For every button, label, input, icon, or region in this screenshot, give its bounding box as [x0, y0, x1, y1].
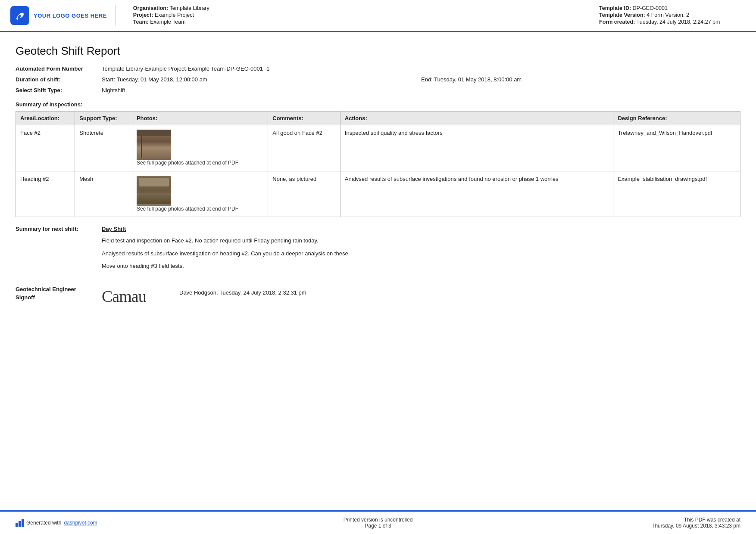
project-label: Project: — [133, 12, 153, 18]
cell-comments: None, as pictured — [268, 171, 341, 217]
team-row: Team: Example Team — [133, 19, 590, 25]
summary-paragraphs: Field test and inspection on Face #2. No… — [102, 236, 740, 270]
automated-form-row: Automated Form Number Template Library-E… — [16, 65, 740, 72]
form-created-row: Form created: Tuesday, 24 July 2018, 2:2… — [599, 19, 746, 25]
col-support: Support Type: — [75, 112, 132, 125]
dashpivot-link[interactable]: dashpivot.com — [64, 520, 97, 526]
logo-text: YOUR LOGO GOES HERE — [34, 12, 107, 19]
template-id-label: Template ID: — [599, 5, 631, 11]
summary-paragraph: Move onto heading #3 field tests. — [102, 262, 740, 270]
photo-caption: See full page photos attached at end of … — [137, 160, 263, 167]
duration-end: End: Tuesday, 01 May 2018, 8:00:00 am — [421, 76, 740, 83]
signoff-info: Dave Hodgson, Tuesday, 24 July 2018, 2:3… — [171, 285, 306, 296]
duration-row: Duration of shift: Start: Tuesday, 01 Ma… — [16, 76, 740, 83]
footer: Generated with dashpivot.com Printed ver… — [0, 510, 756, 534]
page-text: Page 1 of 3 — [257, 523, 499, 529]
signoff-signature: Camau — [102, 285, 171, 307]
logo-icon — [10, 6, 29, 25]
signoff-label-line2: Signoff — [16, 294, 35, 301]
footer-right: This PDF was created at Thursday, 09 Aug… — [499, 517, 740, 529]
team-label: Team: — [133, 19, 149, 25]
footer-center: Printed version is uncontrolled Page 1 o… — [257, 517, 499, 529]
team-value: Example Team — [150, 19, 185, 25]
shift-type-label: Select Shift Type: — [16, 87, 102, 93]
cell-comments: All good on Face #2 — [268, 125, 341, 171]
cell-design-ref: Trelawney_and_Wilson_Handover.pdf — [613, 125, 740, 171]
summary-paragraph: Analysed results of subsurface investiga… — [102, 249, 740, 258]
cell-area: Face #2 — [16, 125, 75, 171]
cell-actions: Analysed results of subsurface investiga… — [340, 171, 613, 217]
table-header-row: Area/Location: Support Type: Photos: Com… — [16, 112, 740, 125]
duration-values: Start: Tuesday, 01 May 2018, 12:00:00 am… — [102, 76, 740, 83]
dashpivot-icon — [16, 519, 24, 527]
photo-caption: See full page photos attached at end of … — [137, 206, 263, 213]
col-actions: Actions: — [340, 112, 613, 125]
summary-inspections-label: Summary of inspections: — [16, 101, 740, 108]
logo-section: YOUR LOGO GOES HERE — [10, 5, 116, 26]
form-version-value: 2 — [686, 12, 689, 18]
cell-support: Mesh — [75, 171, 132, 217]
col-comments: Comments: — [268, 112, 341, 125]
project-value: Example Project — [155, 12, 194, 18]
header-meta: Organisation: Template Library Project: … — [125, 5, 590, 26]
template-version-value: 4 — [647, 12, 650, 18]
duration-label: Duration of shift: — [16, 76, 102, 83]
form-created-label: Form created: — [599, 19, 635, 25]
cell-area: Heading #2 — [16, 171, 75, 217]
cell-actions: Inspected soil quality and stress factor… — [340, 125, 613, 171]
bar3 — [22, 519, 24, 527]
signoff-label-line1: Geotechnical Engineer — [16, 286, 76, 292]
summary-content: Day Shift Field test and inspection on F… — [102, 226, 740, 275]
cell-photos: See full page photos attached at end of … — [132, 125, 268, 171]
template-id-row: Template ID: DP-GEO-0001 — [599, 5, 746, 11]
signoff-row: Geotechnical Engineer Signoff Camau Dave… — [16, 285, 740, 307]
col-area: Area/Location: — [16, 112, 75, 125]
project-row: Project: Example Project — [133, 12, 590, 18]
summary-paragraph: Field test and inspection on Face #2. No… — [102, 236, 740, 245]
table-row: Face #2 Shotcrete See full page photos a… — [16, 125, 740, 171]
photo-thumbnail — [137, 176, 171, 206]
cell-design-ref: Example_stabilisation_drawings.pdf — [613, 171, 740, 217]
automated-form-value: Template Library-Example Project-Example… — [102, 65, 740, 72]
col-design-ref: Design Reference: — [613, 112, 740, 125]
organisation-row: Organisation: Template Library — [133, 5, 590, 11]
template-version-label: Template Version: — [599, 12, 645, 18]
report-title: Geotech Shift Report — [16, 44, 740, 58]
template-version-row: Template Version: 4 Form Version: 2 — [599, 12, 746, 18]
form-version-label: Form Version: — [651, 12, 685, 18]
form-created-value: Tuesday, 24 July 2018, 2:24:27 pm — [637, 19, 720, 25]
main-content: Geotech Shift Report Automated Form Numb… — [0, 32, 756, 320]
inspections-table: Area/Location: Support Type: Photos: Com… — [16, 111, 740, 217]
footer-left: Generated with dashpivot.com — [16, 519, 257, 527]
header: YOUR LOGO GOES HERE Organisation: Templa… — [0, 0, 756, 32]
duration-start: Start: Tuesday, 01 May 2018, 12:00:00 am — [102, 76, 421, 83]
footer-right-date: Thursday, 09 August 2018, 3:43:23 pm — [499, 523, 740, 529]
cell-support: Shotcrete — [75, 125, 132, 171]
cell-photos: See full page photos attached at end of … — [132, 171, 268, 217]
next-shift-title: Day Shift — [102, 226, 740, 232]
table-row: Heading #2 Mesh See full page photos att… — [16, 171, 740, 217]
col-photos: Photos: — [132, 112, 268, 125]
generated-text: Generated with — [26, 520, 61, 526]
bar1 — [16, 523, 18, 527]
header-right: Template ID: DP-GEO-0001 Template Versio… — [599, 5, 746, 26]
shift-type-value: Nightshift — [102, 87, 740, 93]
photo-thumbnail — [137, 130, 171, 160]
organisation-value: Template Library — [169, 5, 209, 11]
signoff-label: Geotechnical Engineer Signoff — [16, 285, 102, 302]
automated-form-label: Automated Form Number — [16, 65, 102, 72]
shift-type-row: Select Shift Type: Nightshift — [16, 87, 740, 93]
signature-image: Camau — [102, 285, 171, 307]
bar2 — [19, 521, 21, 527]
uncontrolled-text: Printed version is uncontrolled — [257, 517, 499, 523]
template-id-value: DP-GEO-0001 — [633, 5, 668, 11]
summary-row: Summary for next shift: Day Shift Field … — [16, 226, 740, 275]
organisation-label: Organisation: — [133, 5, 168, 11]
footer-right-text: This PDF was created at — [499, 517, 740, 523]
summary-label: Summary for next shift: — [16, 226, 102, 232]
